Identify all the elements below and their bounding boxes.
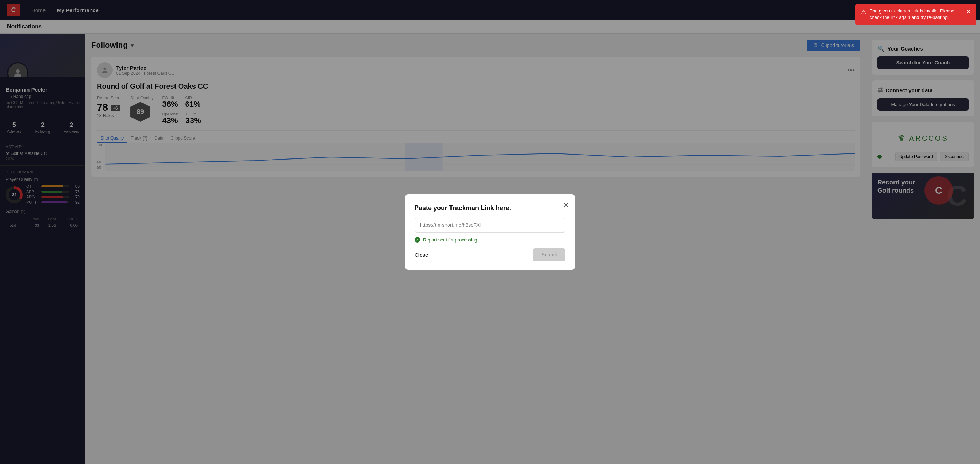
success-message: ✓ Report sent for processing — [415, 237, 565, 243]
modal-title: Paste your Trackman Link here. — [415, 204, 565, 212]
modal-submit-button[interactable]: Submit — [533, 248, 565, 261]
toast-close-button[interactable]: ✕ — [966, 8, 971, 16]
modal-overlay: Paste your Trackman Link here. ✕ ✓ Repor… — [0, 0, 980, 464]
modal-actions: Close Submit — [415, 248, 565, 261]
warning-icon: ⚠ — [861, 8, 866, 16]
error-toast: ⚠ The given trackman link is invalid. Pl… — [855, 3, 977, 25]
modal-close-button[interactable]: Close — [415, 252, 428, 258]
success-check-icon: ✓ — [415, 237, 420, 243]
trackman-link-input[interactable] — [415, 218, 565, 232]
trackman-modal: Paste your Trackman Link here. ✕ ✓ Repor… — [404, 194, 576, 270]
modal-close-icon-button[interactable]: ✕ — [563, 201, 569, 210]
